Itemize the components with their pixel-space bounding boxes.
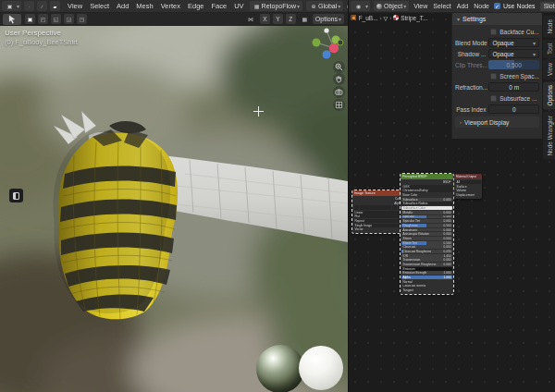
use-nodes-toggle[interactable]: ✓ Use Nodes xyxy=(494,3,536,9)
select-difference-button[interactable]: ◲ xyxy=(64,14,74,24)
mirror-axis-button[interactable]: Z xyxy=(286,14,296,24)
checkbox-icon[interactable] xyxy=(490,73,497,80)
material-output-node[interactable]: Material Output All Surface Volume Displ… xyxy=(454,174,482,199)
principled-row[interactable]: Sheen 0.000 xyxy=(401,237,452,240)
viewport-display-header[interactable]: › Viewport Display xyxy=(455,116,539,128)
select-subtract-button[interactable]: ◱ xyxy=(51,14,61,24)
viewport-canvas[interactable]: User Perspective (0) F_uBody_BeeTShirt xyxy=(0,26,348,392)
principled-row[interactable]: Specular Tint 0.000 xyxy=(401,219,452,223)
mirror-axis-button[interactable]: Y xyxy=(273,14,283,24)
output-node-row[interactable]: Surface xyxy=(455,185,481,189)
node-input-socket[interactable]: Vector xyxy=(353,227,403,231)
principled-row[interactable]: Subsurface 0.000 xyxy=(401,198,452,202)
face-select-button[interactable]: ▰ xyxy=(50,1,60,11)
menu-item[interactable]: Edge xyxy=(184,0,208,13)
mode-dropdown[interactable]: ▣ ▾ xyxy=(2,1,21,11)
settings-panel-header[interactable]: ▾ Settings xyxy=(452,13,542,25)
sidebar-tab[interactable]: View xyxy=(543,59,555,80)
select-extend-button[interactable]: ◰ xyxy=(38,14,48,24)
blend-mode-dropdown[interactable]: Opaque▾ xyxy=(488,38,539,47)
principled-row[interactable]: Transmission 0.000 xyxy=(401,258,452,262)
principled-row[interactable]: Sheen Tint 0.500 xyxy=(401,241,452,245)
menu-item[interactable]: View xyxy=(411,0,430,13)
menu-item[interactable]: Add xyxy=(454,0,471,13)
node-dropdown[interactable]: Single Image xyxy=(353,224,403,227)
options-dropdown[interactable]: Options ▾ xyxy=(313,14,344,24)
orientation-dropdown[interactable]: ⊕ Global ▾ xyxy=(306,1,343,11)
principled-row[interactable]: Anisotropic Rotation 0.000 xyxy=(401,232,452,236)
image-texture-node[interactable]: Image Texture ColorAlpha LinearFlatRepea… xyxy=(352,190,404,233)
backface-culling-row[interactable]: Backface Cu... xyxy=(455,27,539,36)
breadcrumb-object[interactable]: F_uB... xyxy=(359,15,378,21)
output-node-row[interactable]: Displacement xyxy=(455,193,481,197)
shadow-mode-dropdown[interactable]: Opaque▾ xyxy=(488,49,539,58)
image-name-field[interactable] xyxy=(360,205,392,210)
subsurface-row[interactable]: Subsurface ... xyxy=(455,93,539,103)
principled-row[interactable]: Anisotropic 0.000 xyxy=(401,228,452,232)
principled-row[interactable]: IOR 1.450 xyxy=(401,254,452,258)
menu-item[interactable]: Node xyxy=(471,0,492,13)
slot-button[interactable]: Slot 1 xyxy=(540,2,555,11)
breadcrumb-material[interactable]: Stripe_T... xyxy=(401,15,427,21)
node-canvas[interactable]: ▣ F_uB... › ▽ › Stripe_T... Image Textur… xyxy=(349,13,555,392)
sidebar-tab[interactable]: Options xyxy=(543,81,555,109)
output-node-row[interactable]: All xyxy=(455,180,481,184)
principled-row[interactable]: Subsurface Radius xyxy=(401,202,452,205)
node-dropdown[interactable]: Repeat xyxy=(353,219,403,223)
image-browse-icon[interactable] xyxy=(354,205,359,210)
screen-space-row[interactable]: Screen Spac... xyxy=(455,71,539,80)
menu-item[interactable]: Add xyxy=(113,0,132,13)
shader-type-dropdown[interactable]: Object ▾ xyxy=(374,1,409,11)
select-intersect-button[interactable]: ◳ xyxy=(77,14,87,24)
principled-row[interactable]: Normal xyxy=(401,280,452,284)
principled-row[interactable]: Specular 0.500 xyxy=(401,215,452,219)
principled-row[interactable]: Roughness 0.500 xyxy=(401,224,452,227)
refraction-depth-field[interactable]: 0 m xyxy=(488,82,539,92)
active-tool-button[interactable] xyxy=(3,14,21,25)
principled-row[interactable]: Subsurface Color xyxy=(401,206,452,210)
perspective-toggle-button[interactable] xyxy=(333,99,345,111)
principled-row[interactable]: Alpha 1.000 xyxy=(401,276,452,279)
node-output-socket[interactable]: Color xyxy=(353,197,403,201)
select-new-button[interactable]: ▣ xyxy=(25,14,35,24)
checkbox-icon[interactable] xyxy=(490,29,497,35)
editor-type-dropdown[interactable]: ◉ ▾ xyxy=(351,1,370,11)
menu-item[interactable]: Select xyxy=(430,0,453,13)
principled-row[interactable]: Emission xyxy=(401,267,452,271)
camera-view-button[interactable] xyxy=(333,86,345,98)
checkbox-icon[interactable] xyxy=(490,95,497,102)
edge-select-button[interactable]: ∕ xyxy=(37,1,47,11)
principled-row[interactable]: Clearcoat 0.000 xyxy=(401,245,452,249)
node-dropdown[interactable]: Linear xyxy=(353,211,403,214)
clip-threshold-slider[interactable]: 0.500 xyxy=(488,60,539,69)
principled-row[interactable]: Transmission Roughness 0.000 xyxy=(401,263,452,266)
sidebar-tab[interactable]: Node xyxy=(543,16,555,38)
menu-item[interactable]: Vertex xyxy=(157,0,184,13)
menu-item[interactable]: Select xyxy=(86,0,113,13)
pan-button[interactable] xyxy=(333,73,345,85)
sidebar-tab[interactable]: Tool xyxy=(543,40,555,58)
node-output-socket[interactable]: Alpha xyxy=(353,202,403,205)
principled-row[interactable]: Base Color xyxy=(401,193,452,197)
menu-item[interactable]: View xyxy=(64,0,86,13)
node-dropdown[interactable]: Flat xyxy=(353,214,403,218)
principled-row[interactable]: Metallic 0.000 xyxy=(401,211,452,214)
menu-item[interactable]: Face xyxy=(208,0,231,13)
principled-row[interactable]: Clearcoat Normal xyxy=(401,285,452,288)
viewport-side-button[interactable] xyxy=(9,189,23,202)
principled-bsdf-node[interactable]: Principled BSDF BSDF GGX Christensen-Bur… xyxy=(401,174,453,294)
principled-row[interactable]: Christensen-Burley xyxy=(401,189,452,192)
output-node-row[interactable]: Volume xyxy=(455,189,481,192)
principled-row[interactable]: BSDF xyxy=(401,180,452,184)
principled-row[interactable]: Tangent xyxy=(401,288,452,292)
zoom-button[interactable] xyxy=(333,61,345,73)
menu-item[interactable]: UV xyxy=(230,0,247,13)
snap-target-icon[interactable]: ▦ xyxy=(300,14,310,24)
principled-row[interactable]: GGX xyxy=(401,185,452,189)
image-new-icon[interactable] xyxy=(392,205,397,210)
image-selector-row[interactable] xyxy=(354,205,402,210)
mirror-axis-button[interactable]: X xyxy=(260,14,270,24)
pass-index-field[interactable]: 0 xyxy=(488,104,539,114)
principled-row[interactable]: Clearcoat Roughness 0.030 xyxy=(401,250,452,253)
pivot-point-icon[interactable]: ◎▾ xyxy=(346,1,348,11)
